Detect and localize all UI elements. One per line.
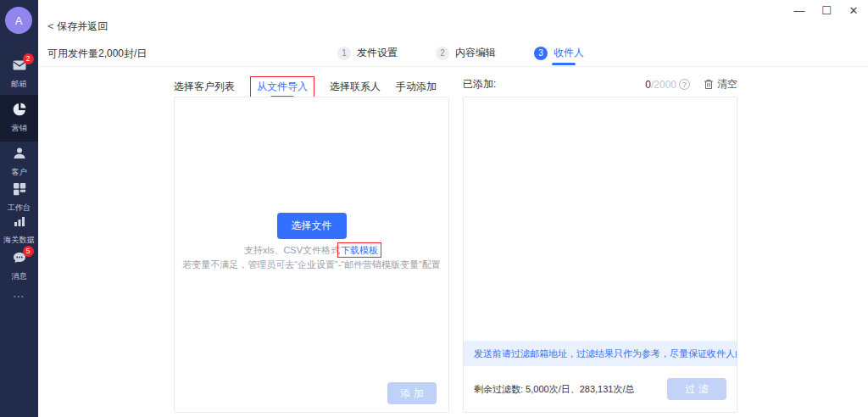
- message-icon: 5: [12, 250, 27, 265]
- filter-button[interactable]: 过 滤: [667, 378, 726, 400]
- step-recipients[interactable]: 3 收件人: [534, 46, 584, 60]
- maximize-icon[interactable]: ☐: [819, 3, 834, 19]
- pie-chart-icon: [12, 102, 27, 117]
- send-quota-text: 可用发件量2,000封/日: [47, 47, 147, 61]
- added-header: 已添加: 0/2000 ? 清空: [463, 77, 737, 92]
- back-button[interactable]: <保存并返回: [47, 19, 108, 34]
- sidebar-item-label: 海关数据: [2, 235, 36, 246]
- header-divider: [38, 66, 868, 67]
- mail-icon: 2: [12, 58, 27, 73]
- tab-import-from-file[interactable]: 从文件导入: [250, 76, 314, 97]
- avatar[interactable]: A: [5, 7, 32, 34]
- step-label: 内容编辑: [455, 46, 496, 60]
- sidebar-item-more[interactable]: ⋯: [0, 288, 38, 303]
- step-number: 3: [534, 47, 548, 60]
- sidebar-item-marketing[interactable]: 营销: [0, 95, 38, 142]
- step-nav: 1 发件设置 2 内容编辑 3 收件人: [337, 46, 584, 60]
- choose-file-button[interactable]: 选择文件: [277, 213, 347, 239]
- bar-chart-icon: [12, 214, 27, 229]
- minimize-icon[interactable]: —: [792, 3, 807, 19]
- add-button[interactable]: 添 加: [387, 382, 437, 404]
- recipient-source-tabs: 选择客户列表 从文件导入 选择联系人 手动添加: [174, 76, 437, 97]
- sidebar-item-customers[interactable]: 客户: [0, 146, 38, 178]
- sidebar-item-label: 工作台: [2, 203, 36, 214]
- customer-icon: [12, 146, 27, 161]
- window-controls: — ☐ ✕: [792, 3, 861, 19]
- added-recipients-panel: 发送前请过滤邮箱地址，过滤结果只作为参考，尽量保证收件人邮箱可用 剩余过滤数: …: [463, 97, 737, 413]
- sidebar-item-label: 客户: [2, 167, 36, 178]
- tab-select-contacts[interactable]: 选择联系人: [330, 76, 381, 97]
- step-content-edit[interactable]: 2 内容编辑: [436, 46, 496, 60]
- download-template-link[interactable]: 下载模板: [337, 242, 381, 258]
- clear-label: 清空: [717, 77, 737, 92]
- remaining-filter-count: 剩余过滤数: 5,000次/日、283,131次/总: [474, 383, 635, 396]
- chevron-left-icon: <: [47, 20, 53, 32]
- step-label: 发件设置: [357, 46, 398, 60]
- clear-button[interactable]: 清空: [704, 77, 737, 92]
- added-label: 已添加:: [463, 77, 496, 92]
- sidebar-item-label: 营销: [2, 123, 36, 134]
- sidebar-item-label: 邮箱: [2, 79, 36, 90]
- file-format-text: 支持xls、CSV文件格式: [244, 245, 340, 255]
- file-format-hint: 支持xls、CSV文件格式下载模板: [175, 244, 448, 257]
- close-icon[interactable]: ✕: [846, 3, 861, 19]
- tab-select-customer-list[interactable]: 选择客户列表: [174, 76, 235, 97]
- sidebar: A 2 邮箱 营销 客户 工作台: [0, 0, 38, 417]
- workbench-icon: [12, 181, 27, 197]
- step-sender-settings[interactable]: 1 发件设置: [337, 46, 398, 60]
- filter-footer: 剩余过滤数: 5,000次/日、283,131次/总 过 滤: [474, 366, 726, 412]
- step-number: 1: [337, 47, 351, 60]
- active-step-indicator: [552, 63, 576, 65]
- import-file-panel: 选择文件 支持xls、CSV文件格式下载模板 若变量不满足，管理员可去“企业设置…: [174, 97, 449, 413]
- back-label: 保存并返回: [57, 20, 108, 32]
- help-icon[interactable]: ?: [679, 79, 690, 90]
- messages-badge: 5: [23, 246, 34, 257]
- trash-icon: [704, 79, 714, 90]
- sidebar-item-mailbox[interactable]: 2 邮箱: [0, 58, 38, 90]
- app-window: — ☐ ✕ A 2 邮箱 营销 客户: [0, 0, 868, 417]
- sidebar-item-messages[interactable]: 5 消息: [0, 250, 38, 282]
- added-count-current: 0: [645, 79, 651, 91]
- more-icon: ⋯: [13, 289, 25, 303]
- added-count-total: /2000: [651, 79, 676, 91]
- tab-manual-add[interactable]: 手动添加: [396, 76, 437, 97]
- filter-notice-banner: 发送前请过滤邮箱地址，过滤结果只作为参考，尽量保证收件人邮箱可用: [464, 341, 737, 366]
- step-number: 2: [436, 47, 449, 60]
- variable-hint: 若变量不满足，管理员可去“企业设置”-“邮件营销模版变量”配置: [175, 259, 448, 271]
- step-label: 收件人: [554, 46, 584, 60]
- sidebar-item-workbench[interactable]: 工作台: [0, 181, 38, 214]
- sidebar-item-label: 消息: [2, 271, 36, 282]
- sidebar-item-customs-data[interactable]: 海关数据: [0, 214, 38, 246]
- mailbox-badge: 2: [23, 53, 34, 64]
